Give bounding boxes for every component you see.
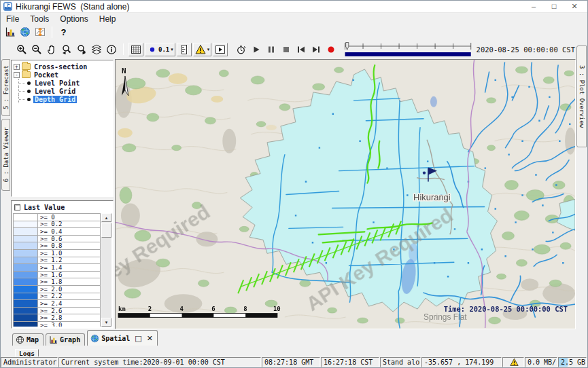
- record-icon: [326, 44, 336, 55]
- last-value-label: Last Value: [24, 204, 65, 211]
- last-value-checkbox[interactable]: [14, 204, 20, 210]
- layers-button[interactable]: [89, 43, 104, 56]
- legend-swatch: [14, 236, 38, 242]
- legend-swatch: [14, 264, 38, 271]
- legend-row-label: >= 3.0: [38, 322, 100, 327]
- legend-row-label: >= 1.4: [38, 264, 100, 271]
- legend-row[interactable]: >= 1.4: [13, 264, 101, 272]
- expander-icon[interactable]: -: [14, 72, 20, 78]
- timer-button[interactable]: [234, 43, 249, 56]
- tab-data-viewer-label: 6 : Data Viewer: [3, 127, 10, 182]
- tree-item-label: Pocket: [33, 71, 60, 79]
- record-button[interactable]: [324, 43, 339, 56]
- tab-plot-overview[interactable]: 3 : Plot Overview: [576, 45, 587, 147]
- zoom-previous-button[interactable]: [59, 43, 74, 56]
- map-canvas[interactable]: API Key Required API Key Required Hikura…: [116, 60, 575, 329]
- skip-to-start-button[interactable]: [294, 43, 309, 56]
- expander-icon[interactable]: +: [14, 64, 20, 70]
- dropdown-arrow-icon: ▾: [171, 47, 173, 52]
- tab-graph[interactable]: Graph: [46, 333, 85, 346]
- chart-bars-icon: [49, 335, 58, 344]
- grid-toggle-button[interactable]: [128, 43, 143, 56]
- legend-row[interactable]: >= 2.8: [13, 314, 101, 322]
- timeline-slider[interactable]: [344, 41, 472, 58]
- tab-maximize-button[interactable]: □: [135, 334, 141, 343]
- play-button[interactable]: [249, 43, 264, 56]
- scroll-up-icon[interactable]: ▲: [101, 213, 111, 222]
- tab-spatial[interactable]: Spatial□✕: [87, 330, 158, 346]
- legend-row[interactable]: >= 0.6: [13, 236, 101, 243]
- legend-row-label: >= 0.4: [38, 228, 100, 235]
- legend-row[interactable]: >= 2.4: [13, 300, 101, 308]
- close-button[interactable]: ✕: [564, 1, 585, 12]
- legend-row[interactable]: >= 3.0: [13, 322, 101, 327]
- stop-button[interactable]: [279, 43, 294, 56]
- legend-swatch: [14, 293, 38, 300]
- main-area: 5 : Forecast 6 : Data Viewer +Cross-sect…: [1, 59, 587, 329]
- svg-text:4: 4: [180, 306, 184, 312]
- menu-item-help[interactable]: Help: [94, 14, 122, 24]
- help-button[interactable]: ?: [56, 25, 71, 39]
- status-text: Current system time:2020-09-01 00:00 CST: [61, 358, 225, 366]
- tab-forecast-label: 5 : Forecast: [3, 65, 10, 109]
- scroll-track[interactable]: [101, 238, 111, 318]
- wire-globe-icon: [16, 335, 24, 344]
- legend-scrollbar[interactable]: ▲ ▼: [101, 213, 111, 327]
- timeline-ruler[interactable]: [344, 41, 472, 58]
- layer-tree[interactable]: +Cross-section-PocketLevel PointLevel Gr…: [11, 60, 114, 197]
- zoom-next-icon: [76, 44, 87, 55]
- skip-to-end-button[interactable]: [309, 43, 324, 56]
- timeline-thumb[interactable]: [346, 42, 349, 50]
- left-tab-strip: 5 : Forecast 6 : Data Viewer: [1, 59, 11, 329]
- legend-row[interactable]: >= 0.4: [13, 228, 101, 236]
- tab-forecast[interactable]: 5 : Forecast: [1, 59, 10, 116]
- scroll-thumb[interactable]: [101, 223, 111, 238]
- pan-button[interactable]: [44, 43, 59, 56]
- legend-row[interactable]: >= 1.6: [13, 272, 101, 279]
- scroll-down-icon[interactable]: ▼: [101, 318, 111, 327]
- legend-row[interactable]: >= 0.2: [13, 221, 101, 229]
- maximize-button[interactable]: □: [544, 1, 564, 12]
- map-display-button[interactable]: [18, 25, 33, 39]
- scale-ruler-button[interactable]: [177, 43, 192, 56]
- menu-item-tools[interactable]: Tools: [24, 14, 54, 24]
- legend-row[interactable]: >= 2.0: [13, 286, 101, 293]
- status-mode: Stand alone: [380, 357, 421, 367]
- explorer-button[interactable]: [3, 25, 18, 39]
- contour-interval-button[interactable]: 0.1▾: [145, 43, 175, 56]
- left-panel: +Cross-section-PocketLevel PointLevel Gr…: [11, 59, 115, 329]
- play-icon: [251, 44, 262, 55]
- legend-row[interactable]: >= 1.8: [13, 278, 101, 286]
- pause-icon: [266, 44, 277, 55]
- zoom-in-button[interactable]: [14, 43, 29, 56]
- zoom-next-button[interactable]: [74, 43, 89, 56]
- legend-swatch: [14, 250, 38, 257]
- svg-text:6: 6: [211, 306, 215, 312]
- tree-item-depth-grid[interactable]: Depth Grid: [12, 95, 112, 103]
- tab-map[interactable]: Map: [12, 333, 44, 346]
- legend-row[interactable]: >= 2.2: [13, 293, 101, 301]
- tab-close-button[interactable]: ✕: [147, 334, 153, 343]
- tree-item-level-grid[interactable]: Level Grid: [12, 87, 112, 95]
- legend-row[interactable]: >= 0: [13, 214, 101, 221]
- status-local-time: 16:27:18 CST: [321, 357, 379, 367]
- pause-button[interactable]: [264, 43, 279, 56]
- zoom-out-button[interactable]: [29, 43, 44, 56]
- tree-item-pocket[interactable]: -Pocket: [12, 71, 112, 79]
- minimize-button[interactable]: –: [523, 1, 544, 12]
- tree-item-label: Level Point: [33, 79, 81, 87]
- bullet-icon: [27, 98, 31, 101]
- tree-item-level-point[interactable]: Level Point: [12, 79, 112, 87]
- legend-row[interactable]: >= 2.6: [13, 308, 101, 315]
- tab-data-viewer[interactable]: 6 : Data Viewer: [1, 119, 10, 191]
- info-button[interactable]: [104, 43, 119, 56]
- legend-row[interactable]: >= 1.0: [13, 250, 101, 257]
- menu-item-file[interactable]: File: [1, 14, 24, 24]
- legend-row-label: >= 0.2: [38, 221, 100, 228]
- legend-row[interactable]: >= 1.2: [13, 257, 101, 265]
- animation-window-button[interactable]: [213, 43, 228, 56]
- legend-row[interactable]: >= 0.8: [13, 242, 101, 250]
- menu-item-options[interactable]: Options: [54, 14, 93, 24]
- thresholds-button[interactable]: ▾: [193, 43, 212, 56]
- timeseries-display-button[interactable]: [33, 25, 48, 39]
